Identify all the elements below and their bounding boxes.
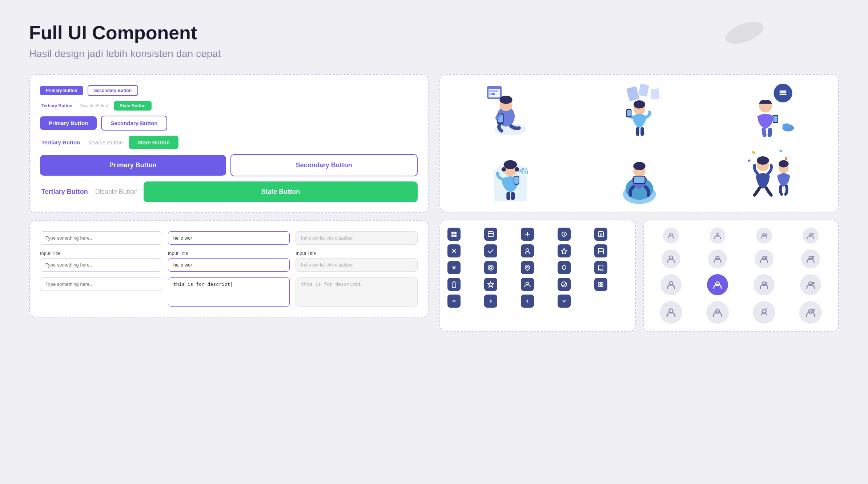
left-column: Primary Button Secondary Button Tertiary… bbox=[29, 74, 429, 332]
avatar-home-2 bbox=[710, 228, 726, 244]
avatar-grid bbox=[651, 228, 831, 324]
avatar-med-2 bbox=[708, 249, 727, 268]
secondary-button-medium[interactable]: Secondary Button bbox=[101, 116, 167, 131]
avatar-bot-3 bbox=[753, 301, 775, 324]
icon-cell-4 bbox=[558, 228, 571, 241]
avatar-med-1 bbox=[662, 249, 680, 268]
icon-cell-24 bbox=[558, 295, 571, 308]
state-button-medium[interactable]: State Button bbox=[129, 136, 178, 149]
illustrations-panel bbox=[439, 74, 839, 212]
svg-rect-73 bbox=[599, 282, 600, 284]
svg-rect-74 bbox=[601, 282, 603, 284]
textarea-active[interactable]: this is for descript| bbox=[168, 277, 290, 307]
icon-cell-20 bbox=[594, 278, 607, 291]
svg-point-54 bbox=[779, 160, 788, 167]
input-group-labeled-2: Input Title bbox=[168, 251, 290, 272]
icons-panel bbox=[439, 220, 636, 332]
svg-rect-48 bbox=[634, 176, 644, 183]
primary-button-large[interactable]: Primary Button bbox=[40, 155, 226, 176]
icon-cell-6 bbox=[447, 244, 461, 257]
secondary-button-small[interactable]: Secondary Button bbox=[88, 85, 138, 96]
avatar-home-3 bbox=[756, 228, 772, 244]
inputs-card: Input Title Input Title Input Title bbox=[29, 220, 429, 317]
icon-cell-11 bbox=[447, 261, 461, 274]
svg-rect-50 bbox=[779, 149, 783, 152]
icon-cell-19 bbox=[558, 278, 571, 291]
small-button-row-1: Primary Button Secondary Button bbox=[40, 85, 418, 96]
svg-rect-26 bbox=[779, 92, 786, 93]
avatar-bot-2 bbox=[706, 301, 729, 324]
input-labeled-1[interactable] bbox=[40, 258, 162, 272]
svg-rect-49 bbox=[751, 151, 755, 154]
avatar-bot-4 bbox=[799, 301, 822, 324]
icon-cell-10 bbox=[594, 244, 607, 257]
svg-point-88 bbox=[809, 256, 812, 260]
input-group-labeled-1: Input Title bbox=[40, 251, 162, 272]
state-button-large[interactable]: State Button bbox=[144, 181, 418, 202]
medium-button-row-2: Tertiary Button Disable Button State But… bbox=[40, 136, 418, 149]
svg-rect-32 bbox=[767, 127, 772, 137]
icon-cell-14 bbox=[558, 261, 571, 274]
svg-point-69 bbox=[527, 267, 528, 268]
avatar-med-4 bbox=[801, 249, 820, 268]
svg-point-65 bbox=[526, 249, 529, 252]
input-section: Input Title Input Title Input Title bbox=[40, 231, 418, 307]
svg-marker-70 bbox=[488, 282, 494, 287]
input-group-textarea-disabled: this is for descripti bbox=[296, 277, 418, 307]
svg-point-72 bbox=[562, 282, 567, 287]
illustration-person-5 bbox=[576, 145, 702, 204]
svg-rect-5 bbox=[495, 90, 497, 92]
svg-rect-7 bbox=[492, 93, 494, 95]
input-plain-3[interactable] bbox=[40, 277, 162, 291]
svg-rect-59 bbox=[451, 235, 454, 237]
svg-rect-25 bbox=[779, 90, 786, 91]
svg-rect-58 bbox=[454, 232, 457, 234]
input-row-3: this is for descript| this is for descri… bbox=[40, 277, 418, 307]
icon-cell-7 bbox=[484, 244, 497, 257]
input-plain-1[interactable] bbox=[40, 231, 162, 245]
disable-button-small: Disable Button bbox=[78, 101, 109, 111]
icon-cell-3 bbox=[521, 228, 534, 241]
svg-rect-52 bbox=[747, 159, 751, 162]
svg-rect-6 bbox=[489, 93, 491, 95]
icon-cell-16 bbox=[447, 278, 461, 291]
large-button-row-2: Tertiary Button Disable Button State But… bbox=[40, 181, 418, 202]
medium-button-row-1: Primary Button Secondary Button bbox=[40, 116, 418, 131]
input-group-labeled-3: Input Title bbox=[296, 251, 418, 272]
svg-point-18 bbox=[634, 100, 645, 108]
svg-rect-75 bbox=[599, 285, 600, 287]
svg-rect-21 bbox=[636, 127, 639, 136]
svg-rect-15 bbox=[638, 84, 649, 97]
page-title: Full UI Component bbox=[29, 22, 839, 44]
svg-point-38 bbox=[515, 167, 519, 171]
tertiary-button-large[interactable]: Tertiary Button bbox=[40, 181, 89, 202]
svg-point-68 bbox=[490, 267, 492, 269]
avatar-home-1 bbox=[663, 228, 679, 244]
svg-rect-57 bbox=[451, 232, 454, 234]
avatar-lg-4 bbox=[800, 274, 821, 295]
svg-rect-42 bbox=[511, 192, 515, 200]
svg-rect-34 bbox=[773, 116, 777, 122]
button-section: Primary Button Secondary Button Tertiary… bbox=[40, 85, 418, 202]
svg-rect-40 bbox=[514, 176, 518, 184]
state-button-small[interactable]: State Button bbox=[114, 101, 151, 111]
icon-cell-15 bbox=[594, 261, 607, 274]
icon-cell-21 bbox=[447, 295, 461, 308]
illustration-person-4 bbox=[447, 145, 573, 204]
svg-point-101 bbox=[809, 309, 813, 313]
svg-rect-27 bbox=[779, 94, 786, 95]
bottom-right-panels bbox=[439, 220, 839, 332]
svg-point-46 bbox=[633, 162, 646, 170]
primary-button-medium[interactable]: Primary Button bbox=[40, 116, 97, 130]
tertiary-button-medium[interactable]: Tertiary Button bbox=[40, 136, 81, 149]
primary-button-small[interactable]: Primary Button bbox=[40, 86, 83, 95]
main-layout: Primary Button Secondary Button Tertiary… bbox=[29, 74, 839, 332]
svg-point-85 bbox=[716, 256, 719, 260]
input-labeled-active[interactable] bbox=[168, 258, 290, 272]
input-group-plain-1 bbox=[40, 231, 162, 245]
icon-cell-1 bbox=[447, 228, 461, 241]
secondary-button-large[interactable]: Secondary Button bbox=[230, 154, 418, 176]
input-active-1[interactable] bbox=[168, 231, 290, 245]
icon-cell-23 bbox=[521, 295, 534, 308]
tertiary-button-small[interactable]: Tertiary Button bbox=[40, 101, 74, 111]
